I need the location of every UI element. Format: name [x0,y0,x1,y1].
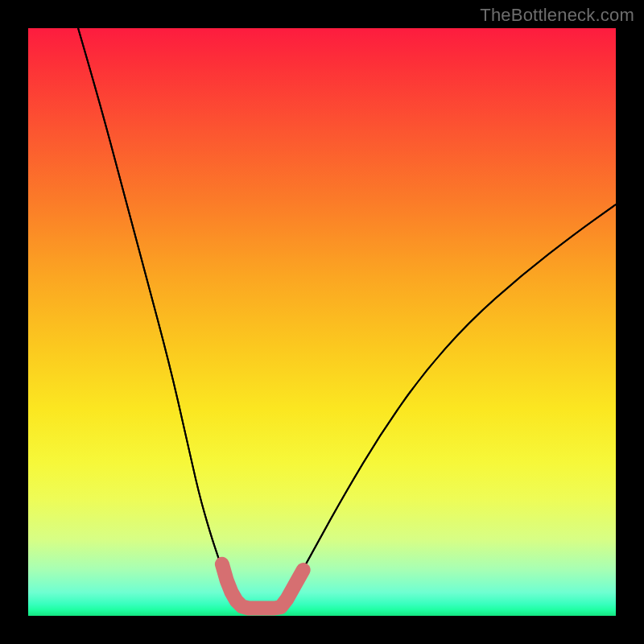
chart-frame: TheBottleneck.com [0,0,644,644]
series-bottleneck-curve-right [281,204,616,609]
watermark-text: TheBottleneck.com [480,5,634,26]
marker-group [222,564,309,609]
marker-strip [222,564,303,609]
series-combined-overlay [78,28,616,609]
plot-area [28,28,616,616]
curve-group [78,28,616,609]
curve-svg [28,28,616,616]
marker-dot [298,564,309,576]
